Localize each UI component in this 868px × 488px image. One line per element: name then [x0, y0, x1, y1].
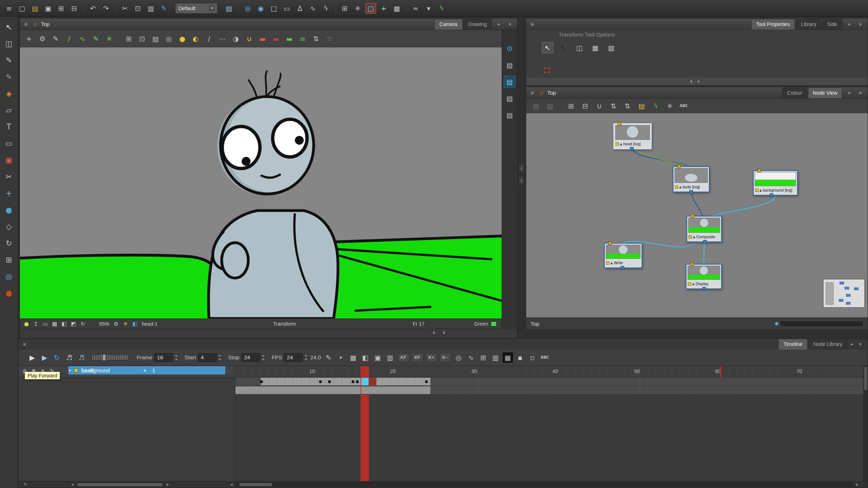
- current-colour-swatch[interactable]: [491, 321, 497, 326]
- loop-button[interactable]: ↻: [52, 352, 62, 363]
- shape-square-icon[interactable]: □: [268, 3, 279, 14]
- shape-tool-icon[interactable]: ▭: [3, 137, 15, 150]
- drag-tool-icon[interactable]: ◇: [3, 221, 15, 233]
- tab-colour[interactable]: Colour: [782, 87, 807, 98]
- close-view-button[interactable]: ×: [856, 90, 865, 96]
- select-tool-icon[interactable]: ↖: [3, 21, 15, 33]
- node-body[interactable]: ▲ body [tvg]: [673, 166, 710, 192]
- keyframe-mark[interactable]: [260, 380, 263, 383]
- collapse-up-icon[interactable]: ∧: [690, 79, 693, 84]
- lock-add-icon[interactable]: ◐: [190, 33, 201, 44]
- separator[interactable]: [119, 34, 119, 43]
- curve-tool-icon[interactable]: ∿: [77, 33, 88, 44]
- preset-dropdown[interactable]: Default ▾: [175, 3, 218, 14]
- tab-camera[interactable]: Camera: [434, 19, 463, 30]
- add-keyframe-button[interactable]: KF: [412, 353, 424, 362]
- paste-icon[interactable]: ▥: [145, 3, 156, 14]
- layer-stack-icon[interactable]: ▤: [504, 110, 515, 120]
- node-display[interactable]: ▲ Display: [686, 264, 722, 289]
- grid-icon[interactable]: ⊞: [123, 33, 134, 44]
- solo-mode-button[interactable]: ■: [503, 352, 513, 363]
- camera-eye-icon[interactable]: ⊙: [504, 43, 515, 54]
- transform-icon[interactable]: Δ: [294, 3, 305, 14]
- node-colour-swatch[interactable]: [688, 282, 691, 286]
- flatten-icon[interactable]: ≡: [297, 33, 308, 44]
- group-icon[interactable]: ∪: [594, 100, 605, 111]
- magnet-icon[interactable]: ∪: [244, 33, 255, 44]
- panel-menu-icon[interactable]: ≡: [21, 341, 28, 347]
- delete-node-icon[interactable]: ⊟: [580, 100, 591, 111]
- onion-prev-icon[interactable]: ◎: [242, 3, 253, 14]
- scroll-left-icon[interactable]: ◂: [69, 481, 76, 487]
- panel-menu-icon[interactable]: ≡: [23, 21, 29, 27]
- add-keyframe-plus-button[interactable]: K+: [426, 353, 437, 362]
- caret-icon[interactable]: ▾: [336, 352, 346, 363]
- add-keyframe-left-button[interactable]: KF: [397, 353, 409, 362]
- layer-color-icon[interactable]: ◧: [131, 320, 139, 328]
- scroll-right-icon[interactable]: ▸: [165, 481, 171, 487]
- show-grid-icon[interactable]: ✎: [22, 481, 29, 487]
- camera-mask-icon[interactable]: ◧: [360, 352, 370, 363]
- spin-up-icon[interactable]: ▴: [261, 354, 266, 358]
- select-cursor-icon[interactable]: ↖: [542, 42, 553, 53]
- field-guide-icon[interactable]: ▤: [150, 33, 161, 44]
- separator[interactable]: [560, 101, 561, 111]
- service-status-icon[interactable]: ϟ: [436, 3, 447, 14]
- thumbnail-icon[interactable]: ▭: [42, 320, 49, 328]
- current-drawing-icon[interactable]: ▬: [284, 33, 295, 44]
- frames-scrollbar[interactable]: [236, 482, 853, 487]
- separator[interactable]: [115, 4, 116, 13]
- pencil-tool-icon[interactable]: ✎: [3, 71, 15, 83]
- menu-icon[interactable]: ≡: [4, 3, 14, 14]
- light-table-icon[interactable]: ◑: [230, 33, 241, 44]
- frame-spinner[interactable]: 16 ▴▾: [154, 353, 179, 362]
- close-view-button[interactable]: ×: [856, 21, 865, 27]
- parameter-expand-button[interactable]: +: [143, 367, 146, 373]
- more-tools-icon[interactable]: ≈: [410, 3, 421, 14]
- settings-gear-icon[interactable]: ⚙: [112, 320, 120, 328]
- node-background[interactable]: ▲ background [tvg]: [753, 170, 798, 196]
- copy-icon[interactable]: ⊡: [132, 3, 143, 14]
- grid-tool-icon[interactable]: ⊞: [3, 254, 15, 266]
- toolbar-caret-icon[interactable]: ▾: [423, 3, 434, 14]
- horizontal-scrollbar[interactable]: [781, 321, 863, 326]
- eraser-tool-icon[interactable]: ▱: [3, 104, 15, 116]
- add-peg-icon[interactable]: +: [378, 3, 389, 14]
- redo-icon[interactable]: ↷: [101, 3, 111, 14]
- separator[interactable]: [335, 4, 336, 13]
- spin-down-icon[interactable]: ▾: [303, 358, 309, 361]
- keyframe-mark[interactable]: [356, 380, 359, 383]
- order-down-icon[interactable]: ⇅: [622, 100, 633, 111]
- render-view-icon[interactable]: ▣: [373, 352, 383, 363]
- panel-menu-icon[interactable]: ≡: [529, 90, 536, 96]
- separator[interactable]: [238, 4, 239, 13]
- rotate-tool-icon[interactable]: ↻: [3, 237, 15, 249]
- stroke-icon[interactable]: ∕: [204, 33, 214, 44]
- tab-node-library[interactable]: Node Library: [808, 339, 847, 350]
- top-light-icon[interactable]: ▬: [257, 33, 268, 44]
- pen-tool-icon[interactable]: ✎: [90, 33, 101, 44]
- add-node-icon[interactable]: ⊞: [566, 100, 576, 111]
- save-all-icon[interactable]: ⊞: [56, 3, 67, 14]
- onion-skin-icon[interactable]: ◎: [163, 33, 174, 44]
- scroll-right-icon[interactable]: ▸: [854, 481, 860, 487]
- spin-down-icon[interactable]: ▾: [217, 358, 222, 361]
- pencil-icon[interactable]: ✎: [50, 33, 61, 44]
- camera-mask-icon[interactable]: ◧: [60, 320, 68, 328]
- cutter-tool-icon[interactable]: ✂: [3, 171, 15, 183]
- antenna-icon[interactable]: ✳: [664, 100, 675, 111]
- small-toggle-icon[interactable]: ▪: [515, 352, 525, 363]
- thumbnail-toggle-icon[interactable]: ▫: [527, 352, 537, 363]
- node-colour-swatch[interactable]: [675, 185, 678, 189]
- scrollbar-handle[interactable]: [239, 483, 272, 486]
- pencil-line-icon[interactable]: ✎: [323, 352, 333, 363]
- node-composite[interactable]: ▲ Composite: [686, 216, 722, 242]
- start-spinner[interactable]: 4 ▴▾: [198, 353, 222, 362]
- matte-icon[interactable]: ▦: [348, 352, 358, 363]
- peg-mode-icon[interactable]: ◫: [574, 42, 585, 53]
- onion-next-icon[interactable]: ◉: [255, 3, 266, 14]
- tab-side[interactable]: Side: [822, 19, 842, 30]
- play-button[interactable]: ▶: [27, 352, 37, 363]
- reset-view-icon[interactable]: ↻: [79, 320, 86, 328]
- tool-options-icon[interactable]: ⚙: [37, 33, 48, 44]
